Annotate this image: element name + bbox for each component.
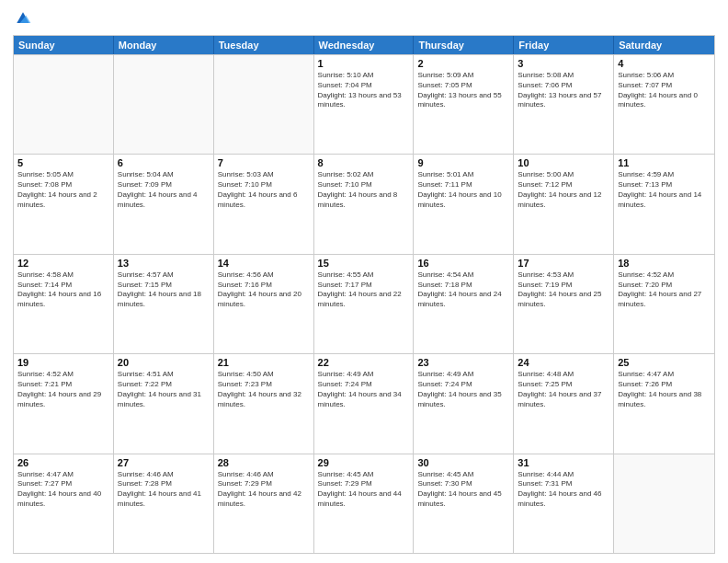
day-number: 12 — [17, 258, 109, 269]
cell-info: Sunrise: 4:48 AM Sunset: 7:25 PM Dayligh… — [518, 370, 609, 409]
calendar-cell-1-4: 9Sunrise: 5:01 AM Sunset: 7:11 PM Daylig… — [414, 155, 514, 253]
cell-info: Sunrise: 4:49 AM Sunset: 7:24 PM Dayligh… — [417, 370, 509, 409]
day-number: 18 — [618, 258, 711, 269]
cell-info: Sunrise: 4:47 AM Sunset: 7:26 PM Dayligh… — [618, 370, 711, 409]
calendar-cell-1-5: 10Sunrise: 5:00 AM Sunset: 7:12 PM Dayli… — [514, 155, 614, 253]
header-tuesday: Tuesday — [214, 36, 314, 54]
header-thursday: Thursday — [414, 36, 514, 54]
day-number: 8 — [318, 157, 410, 168]
day-number: 2 — [417, 58, 509, 69]
cell-info: Sunrise: 4:49 AM Sunset: 7:24 PM Dayligh… — [318, 370, 410, 409]
calendar-cell-2-2: 14Sunrise: 4:56 AM Sunset: 7:16 PM Dayli… — [214, 255, 314, 353]
calendar-cell-0-3: 1Sunrise: 5:10 AM Sunset: 7:04 PM Daylig… — [314, 55, 415, 154]
cell-info: Sunrise: 4:57 AM Sunset: 7:15 PM Dayligh… — [118, 270, 210, 310]
calendar-cell-2-6: 18Sunrise: 4:52 AM Sunset: 7:20 PM Dayli… — [614, 255, 714, 353]
calendar-cell-0-4: 2Sunrise: 5:09 AM Sunset: 7:05 PM Daylig… — [414, 55, 514, 154]
day-number: 3 — [518, 58, 609, 69]
cell-info: Sunrise: 4:54 AM Sunset: 7:18 PM Dayligh… — [417, 270, 509, 310]
day-number: 6 — [118, 157, 210, 168]
header-friday: Friday — [514, 36, 614, 54]
calendar-cell-4-0: 26Sunrise: 4:47 AM Sunset: 7:27 PM Dayli… — [14, 454, 114, 553]
cell-info: Sunrise: 4:51 AM Sunset: 7:22 PM Dayligh… — [118, 370, 210, 409]
calendar-cell-3-3: 22Sunrise: 4:49 AM Sunset: 7:24 PM Dayli… — [314, 354, 415, 453]
calendar-cell-1-2: 7Sunrise: 5:03 AM Sunset: 7:10 PM Daylig… — [214, 155, 314, 253]
calendar-cell-2-1: 13Sunrise: 4:57 AM Sunset: 7:15 PM Dayli… — [114, 255, 214, 353]
calendar-week-4: 26Sunrise: 4:47 AM Sunset: 7:27 PM Dayli… — [14, 454, 714, 553]
day-number: 16 — [417, 258, 509, 269]
day-number: 24 — [518, 357, 609, 368]
calendar-cell-4-2: 28Sunrise: 4:46 AM Sunset: 7:29 PM Dayli… — [214, 454, 314, 553]
calendar-cell-4-6 — [614, 454, 714, 553]
day-number: 26 — [17, 457, 109, 468]
calendar-week-0: 1Sunrise: 5:10 AM Sunset: 7:04 PM Daylig… — [14, 54, 714, 154]
calendar-cell-2-5: 17Sunrise: 4:53 AM Sunset: 7:19 PM Dayli… — [514, 255, 614, 353]
cell-info: Sunrise: 5:04 AM Sunset: 7:09 PM Dayligh… — [118, 170, 210, 210]
day-number: 31 — [518, 457, 609, 468]
cell-info: Sunrise: 4:56 AM Sunset: 7:16 PM Dayligh… — [218, 270, 310, 310]
cell-info: Sunrise: 4:55 AM Sunset: 7:17 PM Dayligh… — [318, 270, 410, 310]
cell-info: Sunrise: 4:50 AM Sunset: 7:23 PM Dayligh… — [218, 370, 310, 409]
header-monday: Monday — [114, 36, 214, 54]
cell-info: Sunrise: 4:45 AM Sunset: 7:29 PM Dayligh… — [318, 470, 410, 510]
cell-info: Sunrise: 4:46 AM Sunset: 7:29 PM Dayligh… — [218, 470, 310, 510]
cell-info: Sunrise: 4:53 AM Sunset: 7:19 PM Dayligh… — [518, 270, 609, 310]
calendar-cell-1-6: 11Sunrise: 4:59 AM Sunset: 7:13 PM Dayli… — [614, 155, 714, 253]
calendar-cell-0-2 — [214, 55, 314, 154]
cell-info: Sunrise: 5:00 AM Sunset: 7:12 PM Dayligh… — [518, 170, 609, 210]
calendar-cell-3-2: 21Sunrise: 4:50 AM Sunset: 7:23 PM Dayli… — [214, 354, 314, 453]
calendar-week-2: 12Sunrise: 4:58 AM Sunset: 7:14 PM Dayli… — [14, 254, 714, 353]
day-number: 29 — [318, 457, 410, 468]
calendar-cell-1-0: 5Sunrise: 5:05 AM Sunset: 7:08 PM Daylig… — [14, 155, 114, 253]
day-number: 27 — [118, 457, 210, 468]
calendar-cell-3-6: 25Sunrise: 4:47 AM Sunset: 7:26 PM Dayli… — [614, 354, 714, 453]
cell-info: Sunrise: 4:46 AM Sunset: 7:28 PM Dayligh… — [118, 470, 210, 510]
cell-info: Sunrise: 4:44 AM Sunset: 7:31 PM Dayligh… — [518, 470, 609, 510]
calendar-header-row: Sunday Monday Tuesday Wednesday Thursday… — [14, 36, 714, 54]
logo-icon — [14, 9, 32, 28]
day-number: 7 — [218, 157, 310, 168]
day-number: 22 — [318, 357, 410, 368]
cell-info: Sunrise: 4:59 AM Sunset: 7:13 PM Dayligh… — [618, 170, 711, 210]
cell-info: Sunrise: 5:10 AM Sunset: 7:04 PM Dayligh… — [318, 71, 410, 110]
header-wednesday: Wednesday — [314, 36, 415, 54]
day-number: 10 — [518, 157, 609, 168]
calendar-body: 1Sunrise: 5:10 AM Sunset: 7:04 PM Daylig… — [14, 54, 714, 553]
day-number: 17 — [518, 258, 609, 269]
page: Sunday Monday Tuesday Wednesday Thursday… — [0, 0, 728, 563]
calendar-cell-3-0: 19Sunrise: 4:52 AM Sunset: 7:21 PM Dayli… — [14, 354, 114, 453]
calendar-cell-1-3: 8Sunrise: 5:02 AM Sunset: 7:10 PM Daylig… — [314, 155, 415, 253]
cell-info: Sunrise: 4:45 AM Sunset: 7:30 PM Dayligh… — [417, 470, 509, 510]
calendar-cell-1-1: 6Sunrise: 5:04 AM Sunset: 7:09 PM Daylig… — [114, 155, 214, 253]
calendar-cell-2-4: 16Sunrise: 4:54 AM Sunset: 7:18 PM Dayli… — [414, 255, 514, 353]
cell-info: Sunrise: 5:06 AM Sunset: 7:07 PM Dayligh… — [618, 71, 711, 110]
day-number: 1 — [318, 58, 410, 69]
day-number: 9 — [417, 157, 509, 168]
header-sunday: Sunday — [14, 36, 114, 54]
cell-info: Sunrise: 5:03 AM Sunset: 7:10 PM Dayligh… — [218, 170, 310, 210]
calendar: Sunday Monday Tuesday Wednesday Thursday… — [13, 35, 715, 554]
calendar-cell-2-3: 15Sunrise: 4:55 AM Sunset: 7:17 PM Dayli… — [314, 255, 415, 353]
calendar-cell-0-6: 4Sunrise: 5:06 AM Sunset: 7:07 PM Daylig… — [614, 55, 714, 154]
day-number: 14 — [218, 258, 310, 269]
calendar-week-1: 5Sunrise: 5:05 AM Sunset: 7:08 PM Daylig… — [14, 154, 714, 253]
cell-info: Sunrise: 4:52 AM Sunset: 7:21 PM Dayligh… — [17, 370, 109, 409]
day-number: 30 — [417, 457, 509, 468]
calendar-cell-0-1 — [114, 55, 214, 154]
cell-info: Sunrise: 4:47 AM Sunset: 7:27 PM Dayligh… — [17, 470, 109, 510]
calendar-cell-2-0: 12Sunrise: 4:58 AM Sunset: 7:14 PM Dayli… — [14, 255, 114, 353]
cell-info: Sunrise: 5:01 AM Sunset: 7:11 PM Dayligh… — [417, 170, 509, 210]
calendar-cell-0-5: 3Sunrise: 5:08 AM Sunset: 7:06 PM Daylig… — [514, 55, 614, 154]
day-number: 15 — [318, 258, 410, 269]
header — [13, 9, 715, 28]
calendar-cell-3-4: 23Sunrise: 4:49 AM Sunset: 7:24 PM Dayli… — [414, 354, 514, 453]
cell-info: Sunrise: 4:52 AM Sunset: 7:20 PM Dayligh… — [618, 270, 711, 310]
logo-area — [13, 9, 32, 28]
calendar-cell-4-5: 31Sunrise: 4:44 AM Sunset: 7:31 PM Dayli… — [514, 454, 614, 553]
cell-info: Sunrise: 5:05 AM Sunset: 7:08 PM Dayligh… — [17, 170, 109, 210]
day-number: 21 — [218, 357, 310, 368]
calendar-week-3: 19Sunrise: 4:52 AM Sunset: 7:21 PM Dayli… — [14, 353, 714, 453]
calendar-cell-4-4: 30Sunrise: 4:45 AM Sunset: 7:30 PM Dayli… — [414, 454, 514, 553]
cell-info: Sunrise: 5:08 AM Sunset: 7:06 PM Dayligh… — [518, 71, 609, 110]
day-number: 19 — [17, 357, 109, 368]
cell-info: Sunrise: 5:09 AM Sunset: 7:05 PM Dayligh… — [417, 71, 509, 110]
